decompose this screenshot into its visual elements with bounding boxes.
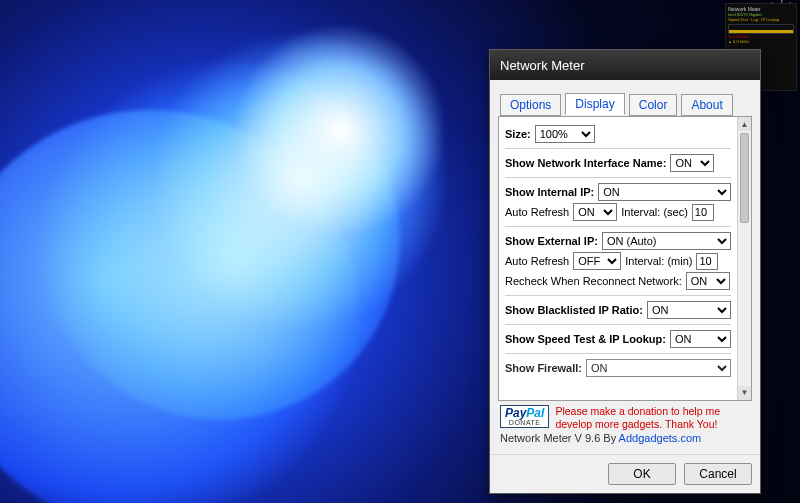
tab-pane: Size: 100% Show Network Interface Name: … <box>498 116 752 401</box>
separator <box>505 148 731 149</box>
size-select[interactable]: 100% <box>535 125 595 143</box>
external-interval-input[interactable] <box>696 253 718 270</box>
vertical-scrollbar[interactable]: ▲ ▼ <box>737 117 751 400</box>
external-interval-label: Interval: (min) <box>625 255 692 267</box>
internal-autorefresh-select[interactable]: ON <box>573 203 617 221</box>
cancel-button[interactable]: Cancel <box>684 463 752 485</box>
external-ip-select[interactable]: ON (Auto) <box>602 232 731 250</box>
show-nic-label: Show Network Interface Name: <box>505 157 666 169</box>
external-autorefresh-label: Auto Refresh <box>505 255 569 267</box>
gadget-graph <box>728 24 794 34</box>
paypal-donate-button[interactable]: PayPal DONATE <box>500 405 549 428</box>
internal-ip-label: Show Internal IP: <box>505 186 594 198</box>
scroll-down-icon[interactable]: ▼ <box>738 386 751 400</box>
settings-scroll-area: Size: 100% Show Network Interface Name: … <box>499 117 737 400</box>
separator <box>505 324 731 325</box>
firewall-label: Show Firewall: <box>505 362 582 374</box>
size-label: Size: <box>505 128 531 140</box>
internal-interval-input[interactable] <box>692 204 714 221</box>
dialog-button-row: OK Cancel <box>490 454 760 493</box>
scroll-track[interactable] <box>738 131 751 386</box>
donate-text: Please make a donation to help me develo… <box>555 405 750 431</box>
internal-autorefresh-label: Auto Refresh <box>505 206 569 218</box>
scroll-thumb[interactable] <box>740 133 749 223</box>
tab-options[interactable]: Options <box>500 94 561 116</box>
scroll-up-icon[interactable]: ▲ <box>738 117 751 131</box>
separator <box>505 353 731 354</box>
tab-display[interactable]: Display <box>565 93 624 115</box>
speedtest-label: Show Speed Test & IP Lookup: <box>505 333 666 345</box>
firewall-select[interactable]: ON <box>586 359 731 377</box>
credit-line: Network Meter V 9.6 By Addgadgets.com <box>498 431 752 450</box>
desktop-wallpaper: ◄ ┃ ► Network Meter Intel 82579 Gigabit … <box>0 0 800 503</box>
internal-interval-label: Interval: (sec) <box>621 206 688 218</box>
dialog-title: Network Meter <box>500 58 585 73</box>
external-autorefresh-select[interactable]: OFF <box>573 252 621 270</box>
wallpaper-shape <box>230 20 450 240</box>
blacklist-select[interactable]: ON <box>647 301 731 319</box>
separator <box>505 177 731 178</box>
separator <box>505 295 731 296</box>
speedtest-select[interactable]: ON <box>670 330 731 348</box>
tab-color[interactable]: Color <box>629 94 678 116</box>
recheck-select[interactable]: ON <box>686 272 730 290</box>
tab-strip: Options Display Color About <box>500 92 750 114</box>
external-ip-label: Show External IP: <box>505 235 598 247</box>
separator <box>505 226 731 227</box>
donate-row: PayPal DONATE Please make a donation to … <box>498 401 752 431</box>
dialog-titlebar[interactable]: Network Meter <box>490 50 760 80</box>
show-nic-select[interactable]: ON <box>670 154 714 172</box>
ok-button[interactable]: OK <box>608 463 676 485</box>
recheck-label: Recheck When Reconnect Network: <box>505 275 682 287</box>
credit-link[interactable]: Addgadgets.com <box>619 432 702 444</box>
settings-dialog: Network Meter Options Display Color Abou… <box>489 49 761 494</box>
blacklist-label: Show Blacklisted IP Ratio: <box>505 304 643 316</box>
tab-about[interactable]: About <box>681 94 732 116</box>
internal-ip-select[interactable]: ON <box>598 183 731 201</box>
